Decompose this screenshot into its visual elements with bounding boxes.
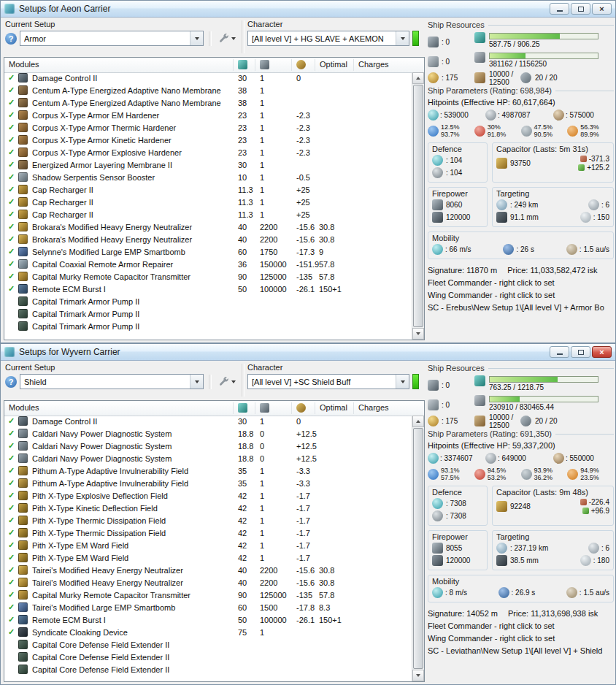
setup-tools-button[interactable] <box>217 375 237 389</box>
module-icon <box>18 627 28 637</box>
module-row[interactable]: ✓ Capital Core Defense Field Extender II <box>4 651 412 664</box>
module-row[interactable]: ✓ Pith X-Type EM Ward Field 42 1 -1.7 <box>4 552 412 565</box>
setup-tools-button[interactable] <box>217 31 237 45</box>
module-row[interactable]: ✓ Caldari Navy Power Diagnostic System 1… <box>4 453 412 465</box>
help-icon[interactable]: ? <box>5 376 17 388</box>
module-name: Caldari Navy Power Diagnostic System <box>32 429 172 438</box>
price-value: Price: 11,313,698,938 isk <box>508 609 598 618</box>
module-row[interactable]: ✓ Pithum A-Type Adaptive Invulnerability… <box>4 465 412 478</box>
module-row[interactable]: ✓ Tairei's Modified Heavy Energy Neutral… <box>4 577 412 589</box>
module-row[interactable]: ✓ Capital Core Defense Field Extender II <box>4 664 412 676</box>
squad-commander-line[interactable]: SC - Erebus\New Setup 1\[All level V] + … <box>428 303 614 312</box>
scrollbar-thumb[interactable] <box>413 428 423 669</box>
character-combobox[interactable]: [All level V] + HG SLAVE + AKEMON <box>247 31 409 46</box>
module-row[interactable]: ✓ Capital Murky Remote Capacitor Transmi… <box>4 589 412 602</box>
module-row[interactable]: ✓ Corpus X-Type Armor EM Hardener 23 1 -… <box>4 110 412 122</box>
module-row[interactable]: ✓ Corpus X-Type Armor Kinetic Hardener 2… <box>4 134 412 147</box>
module-row[interactable]: ✓ Selynne's Modified Large EMP Smartbomb… <box>4 246 412 259</box>
module-row[interactable]: ✓ Centum A-Type Energized Adaptive Nano … <box>4 97 412 110</box>
squad-commander-line[interactable]: SC - Leviathan\New Setup 1\[All level V]… <box>428 646 614 655</box>
module-name: Centum A-Type Energized Adaptive Nano Me… <box>32 99 221 107</box>
module-row[interactable]: ✓ Capital Core Defense Field Extender II <box>4 639 412 651</box>
module-row[interactable]: ✓ Centum A-Type Energized Adaptive Nano … <box>4 85 412 97</box>
maximize-button[interactable] <box>571 3 590 15</box>
module-row[interactable]: ✓ Tairei's Modified Large EMP Smartbomb … <box>4 602 412 614</box>
wing-commander-line[interactable]: Wing Commander - right click to set <box>428 634 614 643</box>
module-row[interactable]: ✓ Pith X-Type EM Ward Field 42 1 -1.7 <box>4 540 412 552</box>
modules-column-header[interactable]: Modules <box>9 403 39 412</box>
modules-table-header[interactable]: Modules Optimal Charges <box>4 401 424 416</box>
module-row[interactable]: ✓ Caldari Navy Power Diagnostic System 1… <box>4 428 412 440</box>
module-row[interactable]: ✓ Energized Armor Layering Membrane II 3… <box>4 159 412 172</box>
module-row[interactable]: ✓ Corpus X-Type Armor Explosive Hardener… <box>4 147 412 159</box>
minimize-button[interactable] <box>550 3 569 15</box>
module-row[interactable]: ✓ Tairei's Modified Heavy Energy Neutral… <box>4 565 412 577</box>
minimize-button[interactable] <box>550 346 569 358</box>
close-button[interactable]: × <box>592 3 612 15</box>
charges-column-header[interactable]: Charges <box>358 403 389 412</box>
charges-column-header[interactable]: Charges <box>358 60 389 69</box>
cpu-column-icon[interactable] <box>238 60 247 69</box>
module-row[interactable]: ✓ Capital Trimark Armor Pump II <box>4 296 412 308</box>
powergrid-column-icon[interactable] <box>260 403 269 413</box>
module-row[interactable]: ✓ Brokara's Modified Heavy Energy Neutra… <box>4 234 412 246</box>
module-row[interactable]: ✓ Pith X-Type Kinetic Deflection Field 4… <box>4 502 412 515</box>
module-powergrid-value: 1 <box>260 173 264 182</box>
modules-table-header[interactable]: Modules Optimal Charges <box>4 58 424 73</box>
scroll-up-button[interactable] <box>412 416 424 427</box>
modules-column-header[interactable]: Modules <box>9 60 39 69</box>
setup-combobox[interactable]: Shield <box>20 374 204 389</box>
combobox-dropdown-button[interactable] <box>396 375 409 389</box>
module-row[interactable]: ✓ Cap Recharger II 11.3 1 +25 <box>4 196 412 209</box>
fleet-commander-line[interactable]: Fleet Commander - right click to set <box>428 621 614 630</box>
module-row[interactable]: ✓ Syndicate Cloaking Device 75 1 <box>4 627 412 639</box>
module-row[interactable]: ✓ Capital Trimark Armor Pump II <box>4 321 412 333</box>
cpu-column-icon[interactable] <box>238 403 247 413</box>
scroll-up-button[interactable] <box>412 72 424 84</box>
module-row[interactable]: ✓ Capital Coaxial Remote Armor Repairer … <box>4 259 412 271</box>
module-row[interactable]: ✓ Pith X-Type Thermic Dissipation Field … <box>4 527 412 540</box>
module-row[interactable]: ✓ Brokara's Modified Heavy Energy Neutra… <box>4 221 412 234</box>
module-row[interactable]: ✓ Damage Control II 30 1 0 <box>4 72 412 85</box>
module-row[interactable]: ✓ Capital Trimark Armor Pump II <box>4 308 412 321</box>
mobility-title: Mobility <box>432 577 609 586</box>
module-row[interactable]: ✓ Caldari Navy Power Diagnostic System 1… <box>4 440 412 453</box>
module-row[interactable]: ✓ Cap Recharger II 11.3 1 +25 <box>4 184 412 196</box>
character-combobox[interactable]: [All level V] +SC Shield Buff <box>247 374 409 389</box>
powergrid-column-icon[interactable] <box>260 60 269 69</box>
module-powergrid-value: 125000 <box>260 591 287 600</box>
module-row[interactable]: ✓ Remote ECM Burst I 50 100000 -26.1 150… <box>4 614 412 627</box>
combobox-dropdown-button[interactable] <box>396 31 409 45</box>
optimal-column-header[interactable]: Optimal <box>320 60 347 69</box>
fleet-commander-line[interactable]: Fleet Commander - right click to set <box>428 278 614 287</box>
kinetic-resist-icon <box>521 469 532 480</box>
module-row[interactable]: ✓ Pith X-Type Thermic Dissipation Field … <box>4 515 412 527</box>
module-row[interactable]: ✓ Pithum A-Type Adaptive Invulnerability… <box>4 478 412 490</box>
module-row[interactable]: ✓ Damage Control II 30 1 0 <box>4 416 412 428</box>
setup-combobox[interactable]: Armor <box>20 31 204 46</box>
module-row[interactable]: ✓ Pith X-Type Explosive Deflection Field… <box>4 490 412 502</box>
module-row[interactable]: ✓ Shadow Serpentis Sensor Booster 10 1 -… <box>4 172 412 184</box>
module-powergrid-value: 1 <box>260 417 264 426</box>
optimal-column-header[interactable]: Optimal <box>320 403 347 412</box>
scroll-down-button[interactable] <box>412 670 424 681</box>
module-row[interactable]: ✓ Cap Recharger II 11.3 1 +25 <box>4 209 412 221</box>
module-row[interactable]: ✓ Corpus X-Type Armor Thermic Hardener 2… <box>4 122 412 134</box>
module-row[interactable]: ✓ Capital Murky Remote Capacitor Transmi… <box>4 271 412 283</box>
capacitor-column-icon[interactable] <box>296 403 306 413</box>
scrollbar-thumb[interactable] <box>413 85 423 327</box>
titlebar[interactable]: Setups for Aeon Carrier × <box>1 1 615 18</box>
capacitor-column-icon[interactable] <box>296 60 306 69</box>
maximize-button[interactable] <box>571 346 590 358</box>
titlebar[interactable]: Setups for Wyvern Carrier × <box>1 344 615 361</box>
scroll-down-button[interactable] <box>412 328 424 340</box>
module-row[interactable]: ✓ Remote ECM Burst I 50 100000 -26.1 150… <box>4 283 412 296</box>
vertical-scrollbar[interactable] <box>412 416 424 681</box>
wing-commander-line[interactable]: Wing Commander - right click to set <box>428 291 614 299</box>
combobox-dropdown-button[interactable] <box>190 31 203 45</box>
combobox-dropdown-button[interactable] <box>190 375 203 389</box>
module-capacitor-value: -3.3 <box>296 467 310 475</box>
close-button[interactable]: × <box>592 346 612 358</box>
help-icon[interactable]: ? <box>5 33 17 45</box>
vertical-scrollbar[interactable] <box>412 72 424 340</box>
